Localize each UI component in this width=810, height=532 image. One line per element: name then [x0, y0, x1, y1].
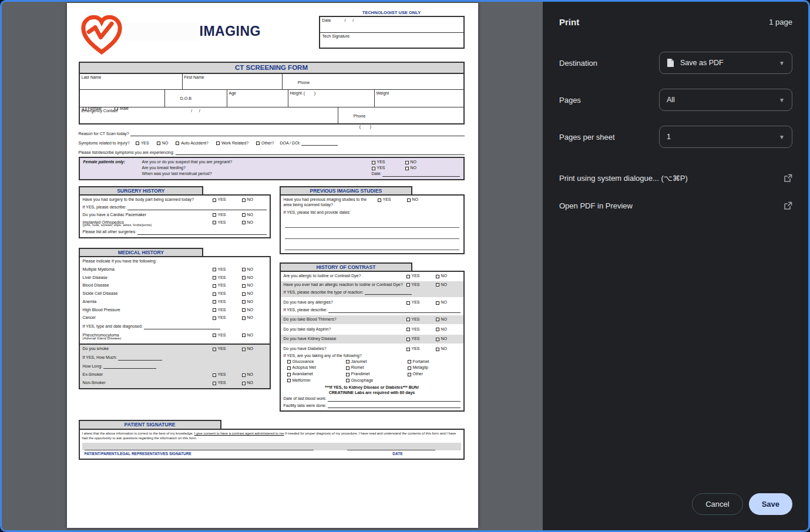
medication-option: Riomet	[346, 365, 408, 371]
yes-option: YES	[213, 220, 237, 225]
medication-option: Janumet	[346, 359, 408, 365]
no-option: NO	[405, 166, 426, 171]
checkbox-icon	[213, 373, 216, 377]
checkbox-icon	[287, 379, 291, 382]
tech-date-field: Date / /	[320, 17, 463, 33]
checkbox-icon	[346, 366, 349, 370]
checkbox-icon	[242, 276, 246, 280]
tech-signature-field: Tech Signature	[320, 33, 463, 48]
checkbox-icon	[157, 142, 160, 145]
no-option: NO	[242, 315, 267, 321]
consent-text: I attest that the above information is c…	[82, 432, 461, 441]
medication-option: Fortamet	[408, 359, 461, 365]
checkbox-icon	[436, 338, 439, 341]
checkbox-icon	[242, 308, 246, 312]
no-option: NO	[436, 327, 461, 332]
checkbox-icon	[406, 275, 410, 278]
yes-option: YES	[406, 336, 431, 342]
external-link-icon	[784, 201, 792, 210]
system-dialog-link[interactable]: Print using system dialogue... (⌥⌘P)	[559, 174, 792, 183]
cancel-button[interactable]: Cancel	[692, 493, 742, 515]
pages-dropdown[interactable]: All ▼	[659, 89, 792, 111]
pages-per-sheet-dropdown[interactable]: 1 ▼	[659, 126, 792, 148]
breastfeeding-question: Are you breast feeding?	[142, 166, 372, 171]
checkbox-icon	[213, 213, 216, 217]
last-name-field: Last Name	[80, 74, 183, 89]
chevron-down-icon: ▼	[779, 97, 785, 103]
medication-option: Actoplus Met	[287, 365, 346, 371]
open-pdf-preview-link[interactable]: Open PDF in Preview	[559, 201, 792, 210]
checkbox-icon	[242, 300, 246, 304]
yes-option: YES	[406, 300, 431, 305]
condition-row: Blood DiseaseYESNO	[83, 283, 267, 288]
no-option: NO	[436, 317, 461, 322]
checkbox-icon	[436, 283, 439, 287]
yes-option: YES	[406, 282, 431, 288]
no-option: NO	[242, 283, 267, 288]
yes-option: YES	[406, 327, 431, 332]
condition-row: High Blood PressureYESNO	[83, 308, 267, 313]
checkbox-icon	[213, 382, 216, 385]
pdf-page-preview: IMAGING TECHNOLOGIST USE ONLY Date / / T…	[67, 3, 478, 528]
no-option: NO	[436, 346, 461, 352]
medication-option: Metformin	[287, 378, 346, 383]
yes-option: YES	[213, 291, 237, 297]
save-button[interactable]: Save	[749, 493, 792, 515]
checkbox-icon	[436, 301, 439, 305]
medication-option: Glucovance	[287, 359, 346, 365]
checkbox-icon	[436, 318, 439, 321]
yes-option: YES	[406, 346, 431, 352]
yes-option: YES	[213, 299, 237, 305]
checkbox-icon	[372, 167, 375, 170]
medication-option: Metaglip	[408, 365, 461, 371]
reason-line: Reason for CT Scan today?	[79, 127, 465, 136]
checkbox-icon	[242, 284, 246, 288]
checkbox-icon	[406, 328, 410, 331]
no-option: NO	[242, 213, 267, 218]
form-letterhead: IMAGING TECHNOLOGIST USE ONLY Date / / T…	[79, 10, 465, 60]
pregnant-question: Are you or do you suspect that you are p…	[142, 160, 372, 165]
checkbox-icon	[405, 161, 409, 164]
checkbox-icon	[406, 283, 410, 287]
smoking-subsection: Do you smokeYESNO If YES, How Much: How …	[80, 344, 270, 388]
pages-per-sheet-value: 1	[667, 133, 671, 141]
condition-row: Liver DiseaseYESNO	[83, 275, 267, 281]
checkbox-icon	[436, 328, 439, 331]
yes-option: YES	[213, 333, 237, 338]
yes-option: YES	[406, 317, 431, 322]
no-option: NO	[242, 372, 267, 378]
menstrual-question: When was your last menstrual period?	[142, 171, 372, 177]
condition-row: Sickle Cell DiseaseYESNO	[83, 291, 267, 297]
medical-conditions-list: Multiple MyelomaYESNOLiver DiseaseYESNOB…	[83, 267, 267, 321]
sex-field: Female Male	[80, 90, 165, 107]
yes-option: YES	[213, 267, 237, 272]
medication-option: Other	[408, 372, 461, 377]
checkbox-icon	[213, 300, 216, 304]
checkbox-icon	[436, 348, 439, 351]
checkbox-icon	[242, 373, 246, 377]
reason-section: Reason for CT Scan today? Symptoms relat…	[79, 127, 465, 155]
female-patients-section: Female patients only: Are you or do you …	[79, 157, 465, 180]
no-option: NO	[242, 267, 267, 272]
checkbox-icon	[242, 198, 246, 202]
medication-option: Glucophage	[346, 378, 408, 383]
checkbox-icon	[346, 379, 349, 382]
panel-title: Print	[559, 17, 579, 27]
weight-field: Weight	[375, 90, 463, 107]
patient-signature-section: PATIENT SIGNATURE I attest that the abov…	[79, 420, 465, 460]
dob-field: D.O.B / /	[165, 90, 227, 107]
previous-imaging-title: PREVIOUS IMAGING STUDIES	[280, 186, 413, 195]
checkbox-icon	[287, 360, 291, 363]
print-preview-pane: IMAGING TECHNOLOGIST USE ONLY Date / / T…	[2, 2, 543, 530]
technologist-use-box: TECHNOLOGIST USE ONLY Date / / Tech Sign…	[319, 10, 465, 49]
no-option: NO	[242, 220, 267, 225]
destination-dropdown[interactable]: Save as PDF ▼	[659, 52, 792, 74]
checkbox-icon	[242, 348, 246, 351]
patient-signature-title: PATIENT SIGNATURE	[79, 420, 221, 429]
redacted-brand-name	[125, 23, 200, 41]
no-option: NO	[242, 291, 267, 297]
pages-label: Pages	[559, 96, 659, 105]
labs-note: ***If YES, to Kidney Disease or Diabetes…	[284, 385, 461, 395]
checkbox-icon	[372, 161, 375, 164]
no-option: NO	[405, 160, 426, 165]
